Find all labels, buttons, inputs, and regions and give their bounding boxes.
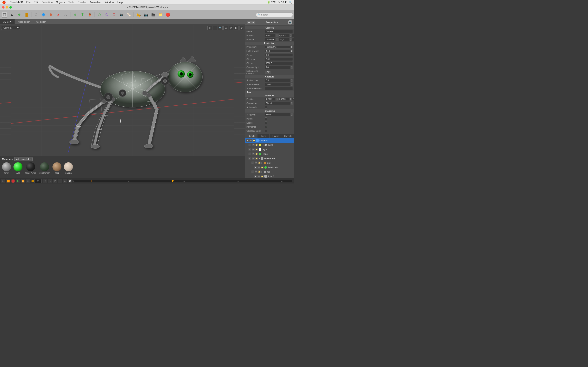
rig-btn[interactable]: 🦴 (126, 11, 132, 18)
cheetah-logo-btn[interactable]: 🐆 (135, 11, 142, 18)
step-fwd-btn[interactable]: ⏩ (21, 179, 25, 183)
rot-x-up[interactable]: ▲ (276, 38, 278, 40)
light-render-icon[interactable]: 👁 (252, 148, 255, 151)
plane-vis-icon[interactable]: ● (249, 152, 251, 155)
fit-btn[interactable]: ↺ (229, 26, 233, 30)
joint1-render-icon[interactable]: 👁 (258, 175, 260, 178)
dope-btn[interactable]: ◇ (63, 179, 67, 183)
camera-render-icon[interactable]: 👁 (249, 139, 252, 142)
render-btn[interactable]: 🎬 (150, 11, 156, 18)
material-item-metal-green[interactable]: Metal Green (39, 162, 50, 174)
pos-x-down[interactable]: ▼ (276, 35, 278, 37)
cube-btn[interactable]: ⬡ (33, 11, 39, 18)
rot-z-value[interactable]: 0,0 (292, 38, 294, 41)
cheetahbot-vis-icon[interactable]: ● (249, 157, 251, 160)
go-end-btn[interactable]: ⏭ (26, 179, 30, 183)
camera2-btn[interactable]: 📷 (143, 11, 149, 18)
cheetahbot-expand-icon[interactable]: ▶ (259, 157, 260, 159)
obj-item-cheetahbot[interactable]: ● 👁 📁 ▶ cheetahbot (245, 156, 294, 161)
cone-btn[interactable]: 🔺 (55, 11, 61, 18)
joint1-vis-icon[interactable]: ● (254, 175, 257, 178)
plane-folder-icon[interactable]: 📁 (255, 152, 258, 155)
bot-vis-icon[interactable]: ● (251, 161, 254, 164)
menu-edit[interactable]: Edit (32, 1, 40, 4)
clip-far-value[interactable]: 1000,0 (265, 62, 293, 65)
search-bar[interactable]: 🔍 Search (256, 12, 293, 17)
proj-up[interactable]: ▲ (291, 45, 293, 47)
obj-centers-checkbox[interactable] (265, 130, 267, 132)
frame-input[interactable] (34, 179, 42, 183)
sh-down[interactable]: ▼ (291, 80, 293, 82)
material-item-material[interactable]: Material (64, 162, 73, 174)
menu-render[interactable]: Render (76, 1, 88, 4)
sn-down[interactable]: ▼ (291, 115, 293, 116)
spotlight-icon[interactable]: 🔍 (289, 1, 292, 4)
rot-y-up[interactable]: ▲ (290, 38, 292, 40)
timeline-track[interactable]: 0 10 20 30 40 (73, 180, 292, 182)
play-btn[interactable] (16, 179, 20, 183)
bot-render-icon[interactable]: 👁 (255, 161, 258, 164)
light-vis-icon[interactable]: ● (249, 148, 251, 151)
tab-console[interactable]: Console (282, 134, 294, 138)
hdri-render-icon[interactable]: 👁 (252, 143, 255, 146)
menu-window[interactable]: Window (103, 1, 116, 4)
camera-dropdown[interactable]: Camera Perspective Top Front Right (1, 26, 20, 30)
cl-down[interactable]: ▼ (291, 67, 293, 69)
render2-btn[interactable]: 🔴 (164, 11, 171, 18)
arrow-tool-btn[interactable]: ▲ (9, 11, 15, 18)
zoom-in-btn[interactable]: 🔍 (218, 26, 223, 30)
add-object-btn[interactable]: ⊕ (72, 11, 78, 18)
step-back-btn[interactable]: ⏪ (6, 179, 10, 183)
pos-x-up[interactable]: ▲ (276, 34, 278, 35)
material-item-grey[interactable]: Grey (2, 162, 11, 174)
material-btn[interactable]: 🏺 (86, 11, 93, 18)
projection-value[interactable]: Perspective (265, 45, 290, 49)
aperture-size-value[interactable]: 0,035 (265, 83, 290, 86)
tab-takes[interactable]: Takes (258, 134, 270, 138)
rot-y-value[interactable]: -21,9 (278, 38, 289, 41)
bot-expand-icon[interactable]: ▶ (261, 162, 263, 164)
subdiv-render-icon[interactable]: 👁 (258, 166, 260, 169)
fov-up[interactable]: ▲ (291, 50, 293, 51)
tab-layers[interactable]: Layers (270, 134, 282, 138)
camera-folder-icon[interactable]: 📁 (252, 139, 255, 142)
name-value[interactable]: Camera (265, 30, 293, 33)
settings-btn[interactable]: ⚙ (239, 26, 244, 30)
obj-item-hip[interactable]: ● 👁 📁 ▶ hip (245, 170, 294, 174)
rot-x-down[interactable]: ▼ (276, 40, 278, 41)
curve-btn[interactable]: ⌒ (58, 179, 62, 183)
auto-key-btn[interactable]: ○ (48, 179, 52, 183)
rotate-tool-btn[interactable]: ⊕ (16, 11, 22, 18)
folder-btn[interactable]: 📁 (157, 11, 164, 18)
hdri-vis-icon[interactable]: ● (249, 143, 251, 146)
obj-item-bot[interactable]: ● 👁 📁 ▶ Bot (245, 161, 294, 165)
nav-forward-btn[interactable]: ▶ (251, 21, 255, 24)
or-down[interactable]: ▼ (291, 103, 293, 105)
proj-down[interactable]: ▼ (291, 47, 293, 48)
t-pos-y-down[interactable]: ▼ (290, 99, 292, 100)
material-item-floor[interactable]: floor (52, 162, 61, 174)
points-checkbox[interactable]: ✓ (265, 117, 267, 120)
add-btn[interactable]: + (213, 26, 217, 30)
add-material-button[interactable]: Add material ▾ (14, 157, 33, 161)
pos-y-down[interactable]: ▼ (290, 35, 292, 37)
hip-expand-icon[interactable]: ▶ (261, 171, 263, 173)
sn-up[interactable]: ▲ (291, 113, 293, 115)
ghost-btn[interactable]: 👻 (68, 179, 72, 183)
clip-near-value[interactable]: 0,01 (265, 58, 293, 61)
cheetahbot-render-icon[interactable]: 👁 (252, 157, 255, 160)
pos-z-value[interactable]: 0,8883 (292, 34, 294, 37)
pos-y-up[interactable]: ▲ (290, 34, 292, 35)
polygons-checkbox[interactable]: ✓ (265, 125, 267, 128)
t-pos-x[interactable]: -0,9032 (265, 98, 276, 101)
plane-render-icon[interactable]: 👁 (252, 152, 255, 155)
navigate-btn[interactable]: ⊕ (208, 26, 212, 30)
subdiv-folder-icon[interactable]: 📁 (261, 166, 264, 169)
rot-x-value[interactable]: -766,999 (265, 38, 276, 41)
record-btn[interactable] (11, 179, 15, 183)
deform-btn[interactable]: ⬡ (104, 11, 110, 18)
close-button[interactable] (2, 6, 4, 8)
t-pos-y-up[interactable]: ▲ (290, 98, 292, 99)
cheetahbot-folder-icon[interactable]: 📁 (255, 157, 258, 160)
hdri-folder-icon[interactable]: 📁 (255, 143, 258, 146)
